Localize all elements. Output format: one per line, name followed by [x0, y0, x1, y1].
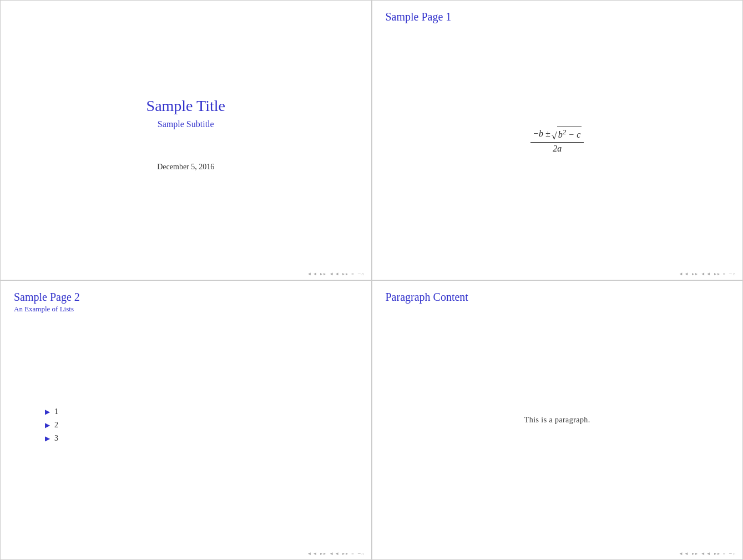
formula-numerator: −b ± √ b2 − c: [530, 127, 584, 143]
formula-fraction: −b ± √ b2 − c 2a: [530, 127, 584, 154]
main-title: Sample Title: [146, 97, 225, 115]
list-bullet-2: ▶: [45, 421, 50, 430]
nav-symbols-4: ◄ ◄ ▸ ▸ ◄ ◄ ▸ ▸ ≡ ∽∩: [679, 551, 736, 556]
slide-2-title: Sample Page 1: [372, 1, 743, 23]
slide-2: Sample Page 1 −b ± √ b2 − c 2a ◄ ◄ ▸ ▸ ◄…: [372, 0, 744, 280]
nav-symbols-3: ◄ ◄ ▸ ▸ ◄ ◄ ▸ ▸ ≡ ∽∩: [307, 551, 365, 556]
nav-bar-3: ◄ ◄ ▸ ▸ ◄ ◄ ▸ ▸ ≡ ∽∩: [1, 551, 371, 556]
nav-bar-2: ◄ ◄ ▸ ▸ ◄ ◄ ▸ ▸ ≡ ∽∩: [372, 271, 743, 276]
neg-b: −b ±: [533, 129, 550, 139]
list-label-3: 3: [54, 434, 58, 443]
slide-4: Paragraph Content This is a paragraph. ◄…: [372, 280, 744, 561]
nav-symbols-1: ◄ ◄ ▸ ▸ ◄ ◄ ▸ ▸ ≡ ∽∩: [307, 271, 365, 276]
list-content: ▶ 1 ▶ 2 ▶ 3: [1, 314, 371, 560]
slide-3: Sample Page 2 An Example of Lists ▶ 1 ▶ …: [0, 280, 372, 561]
slide-3-title: Sample Page 2: [1, 281, 371, 304]
formula-denominator: 2a: [553, 143, 562, 154]
paragraph-content: This is a paragraph.: [372, 304, 743, 560]
list-item-2: ▶ 2: [45, 421, 338, 430]
nav-bar-1: ◄ ◄ ▸ ▸ ◄ ◄ ▸ ▸ ≡ ∽∩: [1, 271, 371, 276]
main-subtitle: Sample Subtitle: [158, 119, 214, 129]
slide-1-content: Sample Title Sample Subtitle December 5,…: [1, 1, 371, 280]
paragraph-text: This is a paragraph.: [524, 416, 590, 425]
list-bullet-1: ▶: [45, 408, 50, 416]
list-item-1: ▶ 1: [45, 407, 338, 416]
slide-3-subtitle: An Example of Lists: [1, 304, 371, 314]
list-item-3: ▶ 3: [45, 434, 338, 443]
nav-symbols-2: ◄ ◄ ▸ ▸ ◄ ◄ ▸ ▸ ≡ ∽∩: [679, 271, 736, 276]
slide-4-title: Paragraph Content: [372, 281, 743, 304]
sqrt-container: √ b2 − c: [552, 127, 582, 141]
sqrt-symbol: √: [552, 131, 557, 141]
list-label-2: 2: [54, 421, 58, 430]
slide-2-content: −b ± √ b2 − c 2a: [372, 23, 743, 280]
date-text: December 5, 2016: [157, 163, 214, 171]
sqrt-content: b2 − c: [557, 127, 582, 141]
list-label-1: 1: [54, 407, 58, 416]
slide-1: Sample Title Sample Subtitle December 5,…: [0, 0, 372, 280]
formula-container: −b ± √ b2 − c 2a: [530, 127, 584, 154]
nav-bar-4: ◄ ◄ ▸ ▸ ◄ ◄ ▸ ▸ ≡ ∽∩: [372, 551, 743, 556]
list-bullet-3: ▶: [45, 435, 50, 443]
